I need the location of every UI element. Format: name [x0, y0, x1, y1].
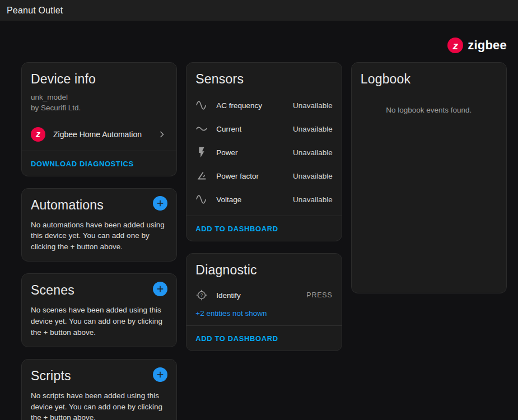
device-model: unk_model [22, 92, 176, 103]
page-title: Peanut Outlet [7, 6, 63, 16]
sensors-title: Sensors [186, 63, 341, 92]
scenes-header: Scenes [22, 274, 176, 304]
app-bar: Peanut Outlet [0, 0, 518, 21]
angle-acute-icon [195, 170, 208, 182]
scenes-card: Scenes No scenes have been added using t… [21, 273, 177, 347]
scenes-title: Scenes [22, 274, 83, 304]
diagnostic-title: Diagnostic [186, 254, 341, 283]
sensor-row-ac-frequency[interactable]: AC frequency Unavailable [186, 94, 341, 117]
sensor-row-power[interactable]: Power Unavailable [186, 141, 341, 164]
entity-label: Current [216, 125, 284, 133]
svg-text:?: ? [200, 293, 203, 298]
column-left: Device info unk_model by Securifi Ltd. z… [21, 62, 177, 420]
scripts-header: Scripts [22, 360, 176, 389]
plus-icon [155, 198, 165, 208]
scripts-empty-text: No scripts have been added using this de… [22, 389, 176, 420]
zigbee-integration-icon: z [31, 127, 45, 142]
diagnostic-actions: ADD TO DASHBOARD [186, 326, 341, 351]
plus-icon [155, 284, 165, 294]
sensor-row-power-factor[interactable]: Power factor Unavailable [186, 164, 341, 188]
entity-label: AC frequency [216, 101, 284, 110]
diagnostic-row-identify[interactable]: ? Identify PRESS [186, 283, 341, 307]
integration-row[interactable]: z Zigbee Home Automation [22, 118, 176, 151]
scripts-card: Scripts No scripts have been added using… [21, 359, 177, 420]
device-info-title: Device info [22, 63, 176, 92]
logbook-empty-text: No logbook events found. [352, 106, 506, 114]
zigbee-wordmark: zigbee [468, 38, 507, 53]
entity-label: Voltage [216, 195, 284, 204]
brand-row: z zigbee [0, 21, 518, 62]
flash-icon [195, 146, 208, 158]
sine-wave-icon [195, 99, 208, 111]
sensors-card: Sensors AC frequency Unavailable Current… [186, 62, 342, 241]
chevron-right-icon [156, 129, 167, 140]
entity-value: Unavailable [293, 148, 333, 157]
identify-icon: ? [195, 289, 208, 301]
automations-card: Automations No automations have been add… [21, 188, 177, 262]
automations-title: Automations [22, 189, 113, 218]
plus-icon [155, 370, 165, 380]
entity-value: Unavailable [293, 101, 333, 110]
sensors-actions: ADD TO DASHBOARD [186, 216, 341, 241]
sensor-row-voltage[interactable]: Voltage Unavailable [186, 188, 341, 211]
logbook-card: Logbook No logbook events found. [351, 62, 507, 293]
sensor-row-current[interactable]: Current Unavailable [186, 117, 341, 141]
device-info-actions: DOWNLOAD DIAGNOSTICS [22, 151, 176, 176]
entity-label: Identify [216, 291, 298, 300]
entity-value: Unavailable [293, 125, 333, 133]
current-ac-icon [195, 123, 208, 135]
zigbee-logo-icon: z [447, 38, 463, 53]
entity-label: Power factor [216, 172, 284, 180]
scenes-empty-text: No scenes have been added using this dev… [22, 304, 176, 347]
add-automation-button[interactable] [153, 196, 167, 211]
entity-value: Unavailable [293, 172, 333, 180]
entity-value: PRESS [306, 291, 332, 299]
entities-not-shown-link[interactable]: +2 entities not shown [186, 307, 341, 325]
device-info-card: Device info unk_model by Securifi Ltd. z… [21, 62, 177, 176]
sine-wave-icon [195, 193, 208, 206]
sensor-rows: AC frequency Unavailable Current Unavail… [186, 92, 341, 216]
add-to-dashboard-button[interactable]: ADD TO DASHBOARD [195, 334, 278, 343]
automations-empty-text: No automations have been added using thi… [22, 218, 176, 262]
download-diagnostics-button[interactable]: DOWNLOAD DIAGNOSTICS [31, 160, 134, 168]
scripts-title: Scripts [22, 360, 80, 389]
column-right: Logbook No logbook events found. [351, 62, 507, 293]
entity-label: Power [216, 148, 284, 157]
entity-value: Unavailable [293, 195, 333, 204]
integration-label: Zigbee Home Automation [53, 130, 148, 139]
column-middle: Sensors AC frequency Unavailable Current… [186, 62, 342, 351]
device-manufacturer: by Securifi Ltd. [22, 103, 176, 114]
add-script-button[interactable] [153, 367, 167, 382]
content-columns: Device info unk_model by Securifi Ltd. z… [0, 62, 518, 420]
automations-header: Automations [22, 189, 176, 218]
diagnostic-card: Diagnostic ? Identify PRESS +2 entities … [186, 253, 342, 351]
logbook-title: Logbook [352, 63, 506, 92]
add-to-dashboard-button[interactable]: ADD TO DASHBOARD [195, 225, 278, 233]
add-scene-button[interactable] [153, 282, 167, 296]
